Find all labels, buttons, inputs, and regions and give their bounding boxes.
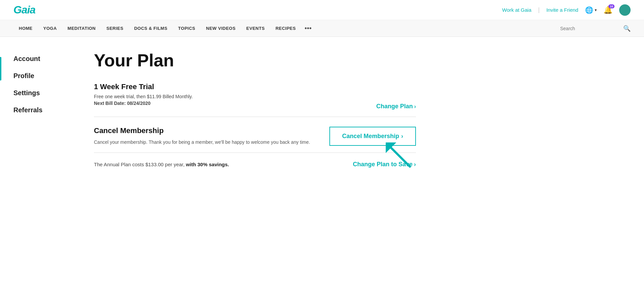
globe-language-button[interactable]: 🌐 ▾ <box>585 6 597 14</box>
nav-more-button[interactable]: ••• <box>301 24 315 32</box>
nav-item-home[interactable]: HOME <box>13 20 38 37</box>
sidebar-item-settings[interactable]: Settings <box>13 84 74 102</box>
plan-info: 1 Week Free Trial Free one week trial, t… <box>94 82 193 110</box>
nav-item-series[interactable]: SERIES <box>101 20 129 37</box>
save-description: The Annual Plan costs $133.00 per year, … <box>94 162 229 167</box>
change-plan-to-save-chevron-icon: › <box>414 161 416 168</box>
plan-title: 1 Week Free Trial <box>94 82 193 91</box>
top-bar: Gaia Work at Gaia | Invite a Friend 🌐 ▾ … <box>0 0 644 20</box>
search-icon[interactable]: 🔍 <box>623 25 631 32</box>
plan-description: Free one week trial, then $11.99 Billed … <box>94 94 193 99</box>
main-layout: Account Profile Settings Referrals Your … <box>0 37 644 303</box>
nav-item-docs-films[interactable]: DOCS & FILMS <box>129 20 173 37</box>
sidebar-item-profile[interactable]: Profile <box>13 67 74 84</box>
nav-item-topics[interactable]: TOPICS <box>173 20 201 37</box>
arrow-annotation <box>386 142 413 169</box>
cancel-button-wrapper: Cancel Membership › <box>329 127 416 146</box>
globe-chevron-icon: ▾ <box>595 8 597 12</box>
top-bar-right: Work at Gaia | Invite a Friend 🌐 ▾ 🔔 10 <box>502 4 631 16</box>
change-plan-label: Change Plan <box>376 103 413 110</box>
cancel-membership-label: Cancel Membership <box>342 133 399 140</box>
arrow-icon <box>386 142 413 169</box>
nav-item-events[interactable]: EVENTS <box>241 20 270 37</box>
plan-section: 1 Week Free Trial Free one week trial, t… <box>94 82 416 117</box>
user-avatar[interactable] <box>619 4 631 16</box>
sidebar-item-account[interactable]: Account <box>13 50 74 67</box>
cancel-chevron-icon: › <box>401 133 403 140</box>
plan-row: 1 Week Free Trial Free one week trial, t… <box>94 82 416 117</box>
sidebar-item-referrals[interactable]: Referrals <box>13 102 74 119</box>
cancel-info: Cancel Membership Cancel your membership… <box>94 126 310 146</box>
nav-item-yoga[interactable]: YOGA <box>38 20 62 37</box>
cancel-title: Cancel Membership <box>94 126 310 135</box>
logo[interactable]: Gaia <box>13 4 35 16</box>
save-text-bold: with 30% savings. <box>186 162 229 167</box>
divider: | <box>538 6 540 13</box>
search-bar: 🔍 <box>560 25 631 32</box>
main-content: Your Plan 1 Week Free Trial Free one wee… <box>74 37 443 303</box>
invite-friend-link[interactable]: Invite a Friend <box>546 7 578 13</box>
globe-icon: 🌐 <box>585 6 593 14</box>
save-section: The Annual Plan costs $133.00 per year, … <box>94 153 416 176</box>
page-title: Your Plan <box>94 50 416 70</box>
nav-bar: HOME YOGA MEDITATION SERIES DOCS & FILMS… <box>0 20 644 37</box>
svg-line-1 <box>391 148 410 167</box>
notifications-badge: 10 <box>608 4 614 8</box>
save-text-normal: The Annual Plan costs $133.00 per year, <box>94 162 186 167</box>
nav-item-meditation[interactable]: MEDITATION <box>62 20 101 37</box>
cancel-membership-section: Cancel Membership Cancel your membership… <box>94 117 416 153</box>
notifications-bell[interactable]: 🔔 10 <box>603 6 612 14</box>
work-at-gaia-link[interactable]: Work at Gaia <box>502 7 531 13</box>
cancel-row: Cancel Membership Cancel your membership… <box>94 126 416 146</box>
search-input[interactable] <box>560 26 621 31</box>
change-plan-link[interactable]: Change Plan › <box>376 103 416 110</box>
cancel-description: Cancel your membership. Thank you for be… <box>94 138 310 146</box>
change-plan-chevron-icon: › <box>414 104 416 110</box>
plan-next-bill: Next Bill Date: 08/24/2020 <box>94 101 193 106</box>
nav-item-recipes[interactable]: RECIPES <box>270 20 301 37</box>
nav-item-new-videos[interactable]: NEW VIDEOS <box>201 20 241 37</box>
sidebar: Account Profile Settings Referrals <box>0 37 74 303</box>
